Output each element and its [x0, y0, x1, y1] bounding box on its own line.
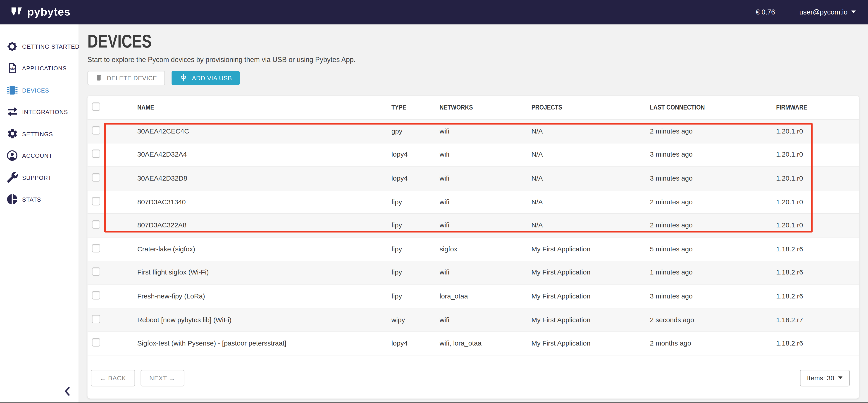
device-projects: N/A	[531, 175, 650, 182]
device-projects: My First Application	[531, 316, 650, 323]
main-content: DEVICES Start to explore the Pycom devic…	[79, 25, 868, 403]
device-last-connection: 2 minutes ago	[650, 127, 776, 135]
device-type: fipy	[392, 269, 440, 276]
select-all-checkbox[interactable]	[92, 102, 100, 111]
back-button[interactable]: ← BACK	[91, 370, 135, 386]
device-last-connection: 2 minutes ago	[650, 198, 776, 206]
row-checkbox[interactable]	[92, 244, 100, 252]
device-firmware: 1.20.1.r0	[776, 175, 859, 182]
sidebar-item-stats[interactable]: STATS	[0, 188, 79, 211]
sun-icon	[5, 40, 19, 53]
device-type: gpy	[392, 127, 440, 135]
table-footer: ← BACK NEXT → Items: 30	[88, 355, 859, 399]
device-networks: wifi	[439, 198, 531, 206]
table-row[interactable]: 807D3AC31340 fipy wifi N/A 2 minutes ago…	[88, 190, 859, 214]
device-type: fipy	[392, 245, 440, 253]
device-name: Reboot [new pybytes lib] (WiFi)	[137, 316, 392, 323]
device-name: 30AEA42D32D8	[137, 175, 392, 182]
device-firmware: 1.20.1.r0	[776, 127, 859, 135]
device-projects: My First Application	[531, 245, 650, 253]
device-projects: N/A	[531, 151, 650, 158]
column-header-networks: NETWORKS	[439, 103, 531, 111]
row-checkbox[interactable]	[92, 220, 100, 229]
pycom-logo-icon	[10, 4, 23, 20]
trash-icon	[95, 74, 102, 82]
device-networks: wifi	[439, 127, 531, 135]
device-last-connection: 5 minutes ago	[650, 245, 776, 253]
row-checkbox[interactable]	[92, 291, 100, 300]
device-type: lopy4	[392, 151, 440, 158]
sidebar-item-settings[interactable]: SETTINGS	[0, 123, 79, 145]
device-firmware: 1.20.1.r0	[776, 151, 859, 158]
usb-icon	[179, 73, 188, 83]
row-checkbox[interactable]	[92, 315, 100, 323]
device-last-connection: 1 minutes ago	[650, 269, 776, 276]
brand-name: pybytes	[27, 5, 71, 18]
sidebar-item-support[interactable]: SUPPORT	[0, 166, 79, 188]
table-row[interactable]: Sigfox-test (with Pysense) - [pastoor pe…	[88, 332, 859, 355]
table-row[interactable]: Crater-lake (sigfox) fipy sigfox My Firs…	[88, 237, 859, 261]
devices-table-card: NAME TYPE NETWORKS PROJECTS LAST CONNECT…	[88, 96, 859, 399]
table-row[interactable]: 30AEA42CEC4C gpy wifi N/A 2 minutes ago …	[88, 120, 859, 143]
row-checkbox[interactable]	[92, 150, 100, 158]
add-via-usb-button[interactable]: ADD VIA USB	[172, 71, 240, 85]
table-row[interactable]: First flight sigfox (Wi-Fi) fipy wifi My…	[88, 261, 859, 285]
row-checkbox[interactable]	[92, 126, 100, 134]
account-balance[interactable]: € 0.76	[756, 8, 775, 16]
device-projects: N/A	[531, 127, 650, 135]
sidebar-item-account[interactable]: ACCOUNT	[0, 145, 79, 167]
table-row[interactable]: Fresh-new-fipy (LoRa) fipy lora_otaa My …	[88, 285, 859, 308]
device-networks: lora_otaa	[439, 292, 531, 300]
device-projects: My First Application	[531, 292, 650, 300]
delete-device-button[interactable]: DELETE DEVICE	[88, 71, 165, 85]
device-firmware: 1.18.2.r6	[776, 245, 859, 253]
device-projects: My First Application	[531, 339, 650, 347]
device-networks: wifi	[439, 221, 531, 229]
device-firmware: 1.20.1.r0	[776, 221, 859, 229]
toolbar: DELETE DEVICE ADD VIA USB	[88, 71, 868, 85]
sidebar-item-integrations[interactable]: INTEGRATIONS	[0, 101, 79, 123]
svg-text:</>: </>	[10, 67, 15, 71]
device-networks: wifi, lora_otaa	[439, 339, 531, 347]
next-button[interactable]: NEXT →	[141, 370, 184, 386]
device-last-connection: 3 minutes ago	[650, 292, 776, 300]
row-checkbox[interactable]	[92, 173, 100, 182]
sidebar-item-devices[interactable]: DEVICES	[0, 79, 79, 101]
device-last-connection: 2 minutes ago	[650, 221, 776, 229]
row-checkbox[interactable]	[92, 197, 100, 205]
sidebar-item-getting-started[interactable]: GETTING STARTED	[0, 35, 79, 58]
device-firmware: 1.20.1.r0	[776, 198, 859, 206]
device-last-connection: 2 seconds ago	[650, 316, 776, 323]
user-menu[interactable]: user@pycom.io	[800, 8, 856, 16]
table-row[interactable]: Reboot [new pybytes lib] (WiFi) wipy wif…	[88, 308, 859, 332]
device-firmware: 1.18.2.r6	[776, 292, 859, 300]
row-checkbox[interactable]	[92, 338, 100, 347]
device-projects: N/A	[531, 198, 650, 206]
chip-icon	[5, 84, 19, 96]
page-title: DEVICES	[88, 32, 868, 51]
sidebar-item-applications[interactable]: </> APPLICATIONS	[0, 57, 79, 79]
page-subtitle: Start to explore the Pycom devices by pr…	[88, 56, 868, 64]
sidebar-collapse-button[interactable]	[63, 386, 71, 399]
column-header-last-connection: LAST CONNECTION	[650, 103, 776, 111]
device-networks: wifi	[439, 175, 531, 182]
column-header-type: TYPE	[392, 103, 440, 111]
device-type: fipy	[392, 198, 440, 206]
device-name: 807D3AC31340	[137, 198, 392, 206]
chevron-down-icon	[851, 10, 856, 13]
device-name: 30AEA42CEC4C	[137, 127, 392, 135]
device-networks: sigfox	[439, 245, 531, 253]
pybytes-logo[interactable]: pybytes	[0, 4, 71, 20]
row-checkbox[interactable]	[92, 268, 100, 276]
device-type: wipy	[392, 316, 440, 323]
device-networks: wifi	[439, 151, 531, 158]
device-type: fipy	[392, 292, 440, 300]
device-projects: My First Application	[531, 269, 650, 276]
table-row[interactable]: 807D3AC322A8 fipy wifi N/A 2 minutes ago…	[88, 214, 859, 237]
items-per-page-dropdown[interactable]: Items: 30	[800, 370, 850, 386]
wrench-icon	[5, 172, 19, 183]
code-document-icon: </>	[5, 62, 19, 74]
table-row[interactable]: 30AEA42D32D8 lopy4 wifi N/A 3 minutes ag…	[88, 167, 859, 190]
device-firmware: 1.18.2.r6	[776, 269, 859, 276]
table-row[interactable]: 30AEA42D32A4 lopy4 wifi N/A 3 minutes ag…	[88, 143, 859, 167]
